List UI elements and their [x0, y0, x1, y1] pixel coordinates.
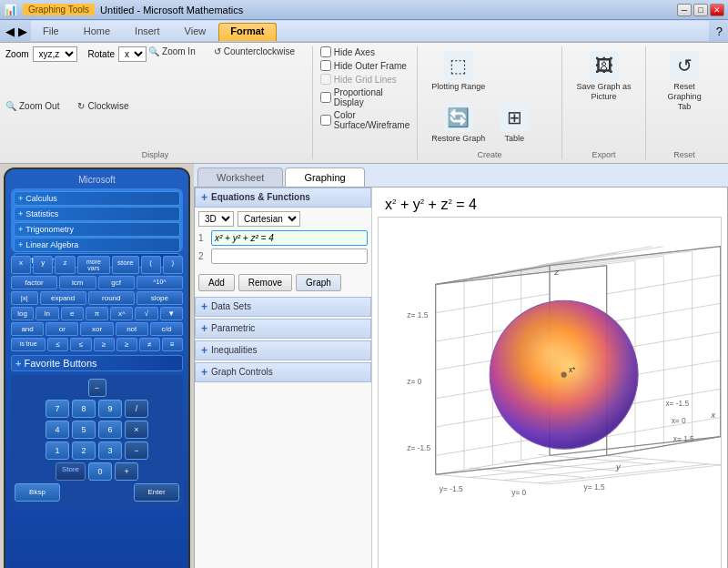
calc-calculus[interactable]: + Calculus	[14, 191, 180, 206]
restore-graph-button[interactable]: 🔄 Restore Graph	[425, 98, 491, 148]
calc-add[interactable]: +	[115, 462, 138, 481]
tab-worksheet[interactable]: Worksheet	[197, 167, 283, 187]
zoom-select[interactable]: xyz,z	[33, 46, 77, 62]
calc-expand-btn[interactable]: expand	[40, 291, 86, 305]
calc-xpow-btn[interactable]: x^	[110, 307, 133, 320]
calc-equiv-btn[interactable]: ≡	[162, 338, 183, 351]
calc-enter[interactable]: Enter	[134, 483, 179, 502]
calc-3[interactable]: 3	[98, 441, 122, 460]
calc-factor-btn[interactable]: factor	[11, 276, 57, 289]
proportional-display-check[interactable]: Proportional Display	[320, 87, 410, 107]
calc-gcf-btn[interactable]: gcf	[98, 276, 135, 289]
eq-coord-select[interactable]: Cartesian Polar Spherical	[238, 211, 300, 227]
eq-input-2[interactable]	[211, 248, 368, 264]
calc-minus[interactable]: −	[125, 441, 148, 460]
calc-linear-algebra[interactable]: + Linear Algebra	[14, 238, 180, 252]
graph-button[interactable]: Graph	[296, 274, 341, 291]
calc-1[interactable]: 1	[46, 441, 69, 460]
calc-le-btn[interactable]: ≤	[47, 338, 68, 351]
tab-view[interactable]: View	[173, 23, 218, 41]
calc-ln-btn[interactable]: ln	[35, 307, 58, 320]
calc-4[interactable]: 4	[46, 421, 69, 439]
calc-log-btn[interactable]: log	[11, 307, 34, 320]
table-button[interactable]: ⊞ Table	[493, 98, 535, 148]
calc-minus-big[interactable]: −	[88, 379, 106, 397]
parametric-section[interactable]: + Parametric	[195, 319, 371, 339]
calc-slope-btn[interactable]: slope	[136, 291, 183, 305]
qat-back-icon[interactable]: ◀	[5, 25, 15, 38]
graph-controls-section[interactable]: + Graph Controls	[195, 362, 371, 382]
calc-trigonometry[interactable]: + Trigonometry	[14, 222, 180, 237]
calc-0[interactable]: 0	[88, 462, 112, 481]
calc-z-btn[interactable]: z	[55, 256, 75, 274]
tab-insert[interactable]: Insert	[123, 23, 172, 41]
calc-lcm-btn[interactable]: lcm	[59, 276, 96, 289]
calc-10pow-btn[interactable]: ^10^	[136, 276, 183, 289]
calc-ge-btn[interactable]: ≥	[94, 338, 115, 351]
calc-e-btn[interactable]: e	[61, 307, 84, 320]
calc-y-btn[interactable]: y	[33, 256, 53, 274]
hide-outer-frame-check[interactable]: Hide Outer Frame	[320, 60, 407, 71]
plotting-range-button[interactable]: ⬚ Plotting Range	[425, 46, 491, 96]
help-icon[interactable]: ?	[716, 25, 723, 38]
calc-le2-btn[interactable]: ≤	[70, 338, 91, 351]
calc-round-btn[interactable]: round	[88, 291, 135, 305]
calc-cd-btn[interactable]: c/d	[150, 322, 183, 336]
clockwise-button[interactable]: ↻ Clockwise	[77, 101, 128, 111]
eq-input-1[interactable]	[211, 230, 368, 246]
calc-mul[interactable]: ×	[125, 421, 148, 439]
calc-xor-btn[interactable]: xor	[80, 322, 113, 336]
calc-lparen-btn[interactable]: (	[141, 256, 161, 274]
qat-forward-icon[interactable]: ▶	[18, 25, 27, 38]
calc-statistics[interactable]: + Statistics	[14, 207, 180, 221]
remove-button[interactable]: Remove	[238, 274, 292, 291]
create-group-label: Create	[425, 148, 554, 159]
counterclockwise-button[interactable]: ↺ Counterclockwise	[214, 46, 295, 56]
eq-functions-header[interactable]: + Equations & Functions	[195, 188, 371, 208]
add-button[interactable]: Add	[198, 274, 235, 291]
eq-mode-select[interactable]: 3D 2D	[198, 211, 234, 227]
calc-istrue-btn[interactable]: is true	[11, 338, 46, 351]
calc-sqrt-btn[interactable]: √	[135, 307, 157, 320]
calc-9[interactable]: 9	[98, 400, 122, 418]
calc-pi-btn[interactable]: π	[86, 307, 108, 320]
calc-7[interactable]: 7	[46, 400, 69, 418]
calc-bksp[interactable]: Bksp	[15, 483, 60, 502]
close-button[interactable]: ✕	[710, 4, 724, 16]
calc-x-btn[interactable]: x	[11, 256, 31, 274]
calc-ne-btn[interactable]: ≠	[139, 338, 160, 351]
calc-store-btn2[interactable]: Store	[56, 462, 86, 481]
calc-down-btn[interactable]: ▼	[160, 307, 183, 320]
minimize-button[interactable]: ─	[677, 4, 692, 16]
calc-rparen-btn[interactable]: )	[163, 256, 183, 274]
tab-graphing[interactable]: Graphing	[285, 167, 364, 187]
color-surface-check[interactable]: Color Surface/Wireframe	[320, 110, 410, 130]
reset-graphing-button[interactable]: ↺ Reset Graphing Tab	[653, 46, 715, 116]
rotate-select[interactable]: x	[118, 46, 147, 62]
calc-morevars-btn[interactable]: more vars	[77, 256, 110, 274]
calc-or-btn[interactable]: or	[46, 322, 78, 336]
tab-file[interactable]: File	[31, 23, 71, 41]
inequalities-section[interactable]: + Inequalities	[195, 340, 371, 360]
graph-canvas[interactable]: z x y z= 1.5 z= 0 z= -1.5 y= -1.5 y= 0 y…	[378, 217, 722, 568]
calc-5[interactable]: 5	[72, 421, 96, 439]
tab-format[interactable]: Format	[218, 23, 276, 41]
save-graph-button[interactable]: 🖼 Save Graph as Picture	[570, 46, 638, 106]
calc-8[interactable]: 8	[72, 400, 96, 418]
calc-not-btn[interactable]: not	[116, 322, 148, 336]
zoom-in-button[interactable]: 🔍 Zoom In	[148, 46, 196, 56]
calc-store-btn[interactable]: store	[112, 256, 138, 274]
hide-axes-check[interactable]: Hide Axes	[320, 46, 375, 57]
tab-home[interactable]: Home	[72, 23, 122, 41]
calc-6[interactable]: 6	[98, 421, 122, 439]
calc-abs-btn[interactable]: |x|	[11, 291, 38, 305]
hide-grid-lines-check[interactable]: Hide Grid Lines	[320, 74, 397, 85]
zoom-out-button[interactable]: 🔍 Zoom Out	[5, 101, 59, 111]
maximize-button[interactable]: □	[693, 4, 708, 16]
calc-and-btn[interactable]: and	[11, 322, 44, 336]
calc-div[interactable]: /	[125, 400, 148, 418]
datasets-section[interactable]: + Data Sets	[195, 297, 371, 317]
calc-2[interactable]: 2	[72, 441, 96, 460]
calc-favorite-section[interactable]: + Favorite Buttons	[11, 355, 183, 371]
calc-ge2-btn[interactable]: ≥	[116, 338, 137, 351]
